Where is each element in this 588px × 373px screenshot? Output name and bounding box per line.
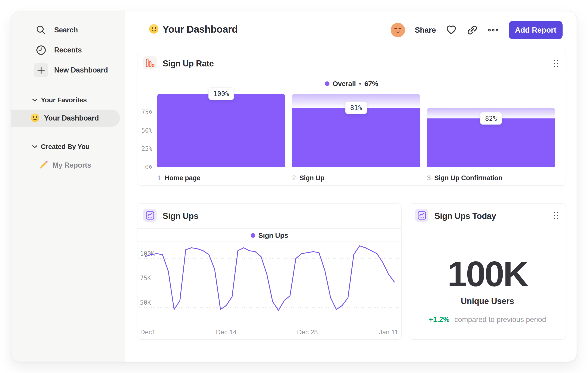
x-axis-tick: Dec 14 <box>216 328 237 336</box>
smiley-emoji <box>31 113 39 123</box>
card-title: Sign Up Rate <box>163 59 214 69</box>
drag-handle-icon[interactable] <box>551 210 560 222</box>
smiley-emoji <box>149 24 159 35</box>
sign-ups-card: Sign Ups Sign Ups 100K75K50KDec1Dec 14De… <box>137 203 402 340</box>
sidebar: Search Recents New Dashboard <box>11 11 125 362</box>
sidebar-item-label: Recents <box>54 46 82 54</box>
kpi-delta-caption: compared to previous period <box>454 315 546 323</box>
funnel-step-label: 2Sign Up <box>292 174 325 182</box>
line-chart-icon <box>143 209 157 222</box>
legend-label: Overall <box>333 80 356 88</box>
line-chart-icon <box>415 209 428 222</box>
card-title: Sign Ups <box>163 211 198 221</box>
sidebar-item-label: Search <box>54 26 78 34</box>
sign-up-rate-card: Sign Up Rate Overall • 67% 75%50%25%0%10… <box>137 51 566 186</box>
kpi-delta-row: +1.2% compared to previous period <box>409 315 566 324</box>
kpi-label: Unique Users <box>409 296 566 306</box>
conversion-badge: 81% <box>345 101 367 114</box>
sidebar-section-created-by-you[interactable]: Created By You <box>11 141 125 152</box>
more-options-icon[interactable] <box>488 24 499 36</box>
kpi-delta: +1.2% <box>429 315 450 323</box>
sidebar-item-my-reports[interactable]: My Reports <box>11 157 125 174</box>
chevron-down-icon <box>32 98 38 102</box>
sidebar-section-your-favorites[interactable]: Your Favorites <box>11 94 125 106</box>
legend-value: 67% <box>365 80 378 88</box>
step-number: 3 <box>427 174 431 182</box>
divider <box>137 229 401 229</box>
copy-link-icon[interactable] <box>467 24 478 36</box>
line-legend: Sign Ups <box>137 232 401 239</box>
funnel-bar[interactable] <box>427 118 555 167</box>
y-axis-tick: 75% <box>134 109 152 116</box>
page-title: Your Dashboard <box>162 24 238 35</box>
step-name: Sign Up <box>299 174 324 182</box>
card-header: Sign Ups Today <box>409 203 566 227</box>
conversion-badge: 82% <box>480 112 502 124</box>
section-title: Created By You <box>41 143 90 151</box>
y-axis-tick: 50K <box>140 299 151 306</box>
sign-ups-today-card: Sign Ups Today 100K Unique Users +1.2% c… <box>409 203 566 340</box>
favorite-heart-icon[interactable] <box>446 24 457 36</box>
x-axis-tick: Jan 11 <box>379 328 398 336</box>
x-axis-tick: Dec 28 <box>297 328 318 336</box>
legend-label: Sign Ups <box>258 232 288 239</box>
sidebar-item-label: New Dashboard <box>54 66 108 74</box>
line-chart-plot: 100K75K50KDec1Dec 14Dec 28Jan 11 <box>137 242 402 340</box>
conversion-badge: 100% <box>208 88 234 100</box>
sidebar-item-label: My Reports <box>52 161 91 170</box>
funnel-step-label: 1Home page <box>157 174 200 182</box>
drag-handle-icon[interactable] <box>551 58 560 69</box>
y-axis-tick: 25% <box>134 145 152 152</box>
y-axis-tick: 75K <box>140 275 151 282</box>
funnel-bar[interactable] <box>157 94 285 167</box>
sidebar-item-recents[interactable]: Recents <box>11 40 125 60</box>
sidebar-item-new-dashboard[interactable]: New Dashboard <box>11 60 125 80</box>
divider <box>137 75 566 75</box>
sidebar-item-your-dashboard[interactable]: Your Dashboard <box>11 110 120 127</box>
chevron-down-icon <box>32 145 38 148</box>
step-name: Home page <box>165 174 200 182</box>
pencil-emoji <box>39 160 48 171</box>
funnel-legend: Overall • 67% <box>137 80 566 88</box>
y-axis-tick: 50% <box>134 127 152 134</box>
kpi-value: 100K <box>409 254 566 294</box>
plus-icon <box>34 63 48 77</box>
y-axis-tick: 0% <box>134 164 152 171</box>
card-header: Sign Up Rate <box>137 51 566 75</box>
avatar[interactable] <box>391 23 405 37</box>
card-header: Sign Ups <box>137 203 401 227</box>
add-report-button[interactable]: Add Report <box>509 21 563 39</box>
section-title: Your Favorites <box>41 96 87 104</box>
app-window: Search Recents New Dashboard <box>11 11 577 362</box>
clock-icon <box>34 43 48 57</box>
legend-dot <box>325 81 329 86</box>
x-axis-tick: Dec1 <box>140 328 155 336</box>
card-title: Sign Ups Today <box>434 211 496 221</box>
funnel-bar[interactable] <box>292 108 420 167</box>
step-number: 1 <box>157 174 161 182</box>
step-name: Sign Up Confirmation <box>434 174 502 182</box>
sign-ups-line-series <box>145 246 394 310</box>
funnel-chart-icon <box>143 56 157 70</box>
step-number: 2 <box>292 174 296 182</box>
search-icon <box>34 23 48 37</box>
share-button[interactable]: Share <box>415 26 436 34</box>
sidebar-item-search[interactable]: Search <box>11 20 125 40</box>
main-header: Your Dashboard Share <box>125 11 577 49</box>
legend-separator: • <box>359 80 361 88</box>
legend-dot <box>251 233 255 238</box>
funnel-step-label: 3Sign Up Confirmation <box>427 174 502 182</box>
sidebar-item-label: Your Dashboard <box>44 114 99 122</box>
